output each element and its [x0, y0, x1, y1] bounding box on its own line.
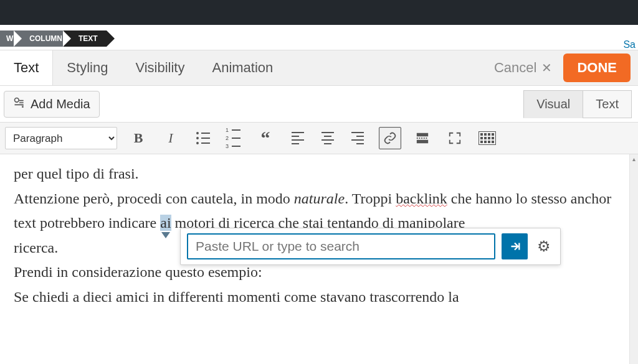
gear-icon: ⚙	[537, 238, 551, 255]
window-titlebar	[0, 0, 638, 25]
align-center-button[interactable]	[317, 127, 339, 149]
align-left-button[interactable]	[287, 127, 309, 149]
element-settings-tabs: Sa Text Styling Visibility Animation Can…	[0, 50, 638, 86]
tab-styling[interactable]: Styling	[53, 50, 121, 85]
editor-toolbar: Paragraph B I 1 2 3 “	[0, 122, 638, 154]
svg-rect-1	[417, 133, 428, 137]
scroll-up-icon[interactable]: ▴	[630, 154, 638, 163]
svg-rect-3	[417, 140, 428, 144]
tab-text[interactable]: Text	[0, 50, 53, 85]
breadcrumb-item-text[interactable]: TEXT	[64, 30, 107, 47]
align-right-button[interactable]	[346, 127, 369, 149]
read-more-button[interactable]	[411, 127, 434, 149]
link-icon	[383, 131, 397, 145]
add-media-label: Add Media	[31, 97, 90, 111]
close-icon: ✕	[541, 60, 552, 75]
mode-tab-visual[interactable]: Visual	[523, 90, 583, 118]
format-select[interactable]: Paragraph	[5, 127, 117, 149]
cancel-button[interactable]: Cancel ✕	[494, 60, 552, 76]
tab-visibility[interactable]: Visibility	[121, 50, 198, 85]
editor-scrollbar[interactable]: ▴	[629, 154, 638, 364]
blockquote-button[interactable]: “	[254, 127, 277, 149]
text-selection: ai	[160, 215, 171, 231]
mode-tab-text[interactable]: Text	[583, 90, 632, 118]
editor-area: per quel tipo di frasi. Attenzione però,…	[0, 154, 638, 364]
toolbar-toggle-button[interactable]	[476, 127, 498, 149]
cancel-label: Cancel	[494, 60, 536, 76]
spellcheck-error: backlink	[396, 190, 447, 207]
link-settings-button[interactable]: ⚙	[534, 236, 554, 256]
partial-link[interactable]: Sa	[623, 39, 636, 50]
insert-link-button[interactable]	[379, 127, 401, 149]
add-media-button[interactable]: Add Media	[4, 91, 100, 118]
apply-icon	[508, 240, 521, 253]
italic-button[interactable]: I	[160, 127, 182, 149]
content-line: Se chiedi a dieci amici in differenti mo…	[14, 285, 624, 310]
link-popover: ⚙	[180, 228, 561, 265]
align-left-icon	[292, 132, 304, 144]
ordered-list-icon: 1 2 3	[226, 128, 240, 149]
svg-point-0	[15, 98, 19, 102]
unordered-list-button[interactable]	[192, 127, 214, 149]
align-right-icon	[351, 132, 364, 144]
unordered-list-icon	[196, 132, 210, 144]
align-center-icon	[321, 132, 334, 144]
fullscreen-icon	[448, 131, 462, 145]
link-url-input[interactable]	[187, 233, 495, 259]
fullscreen-button[interactable]	[444, 127, 466, 149]
editor-media-row: Add Media Visual Text	[0, 86, 638, 122]
toolbar-toggle-icon	[478, 131, 496, 145]
breadcrumb: W COLUMN TEXT	[0, 27, 638, 50]
bold-button[interactable]: B	[127, 127, 150, 149]
apply-link-button[interactable]	[502, 233, 528, 259]
done-button[interactable]: DONE	[563, 54, 631, 82]
media-icon	[13, 96, 26, 112]
editor-mode-tabs: Visual Text	[524, 90, 632, 118]
read-more-icon	[416, 131, 429, 145]
ordered-list-button[interactable]: 1 2 3	[222, 127, 244, 149]
content-line: per quel tipo di frasi.	[14, 162, 624, 187]
tab-animation[interactable]: Animation	[198, 50, 287, 85]
